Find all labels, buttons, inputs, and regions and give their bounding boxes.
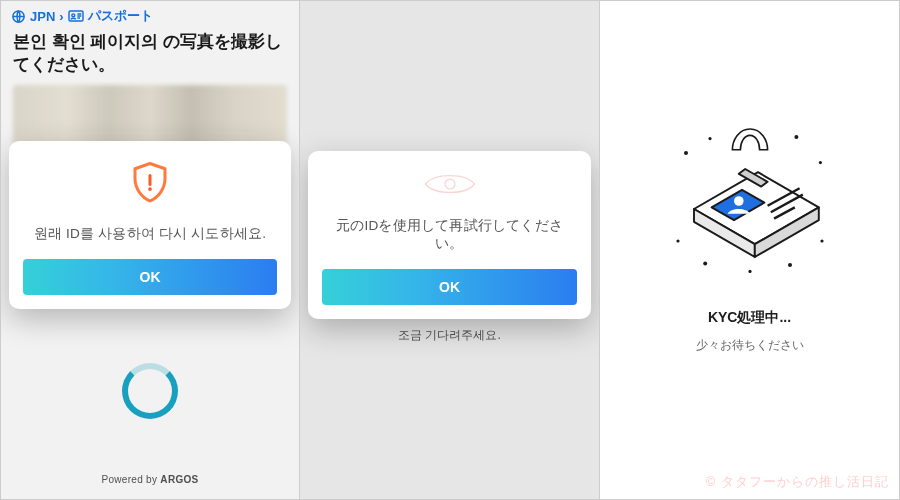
svg-point-8 <box>818 161 821 164</box>
svg-point-7 <box>794 135 798 139</box>
error-modal: 元のIDを使用して再試行してください。 OK <box>308 151 591 319</box>
error-message: 원래 ID를 사용하여 다시 시도하세요. <box>34 225 266 243</box>
svg-point-5 <box>684 151 688 155</box>
shield-warning-icon <box>126 159 174 211</box>
svg-point-11 <box>788 263 792 267</box>
processing-title: KYC処理中... <box>708 309 791 327</box>
screen-id-verification: JPN › パスポート 본인 확인 페이지의 の写真を撮影してください。 Pow… <box>0 0 300 500</box>
svg-point-14 <box>734 196 744 206</box>
svg-point-12 <box>820 239 823 242</box>
error-modal: 원래 ID를 사용하여 다시 시도하세요. OK <box>9 141 291 309</box>
ok-button[interactable]: OK <box>23 259 277 295</box>
screen-kyc-processing: KYC処理中... 少々お待ちください © タタフーからの推し活日記 <box>600 0 900 500</box>
ok-button[interactable]: OK <box>322 269 577 305</box>
id-card-illustration-icon <box>660 121 840 285</box>
svg-point-9 <box>676 239 679 242</box>
svg-point-3 <box>148 187 152 191</box>
svg-point-10 <box>703 261 707 265</box>
svg-point-13 <box>748 270 751 273</box>
screen-retry-jp: KYC처리중... 조금 기다려주세요. 元のIDを使用して再試行してください。… <box>300 0 600 500</box>
svg-point-4 <box>445 179 455 189</box>
eye-icon <box>422 169 478 203</box>
watermark: © タタフーからの推し活日記 <box>706 473 889 491</box>
svg-point-6 <box>708 137 711 140</box>
processing-subtitle: 少々お待ちください <box>696 337 804 354</box>
panel3-content: KYC処理中... 少々お待ちください <box>600 1 899 499</box>
error-message: 元のIDを使用して再試行してください。 <box>322 217 577 253</box>
